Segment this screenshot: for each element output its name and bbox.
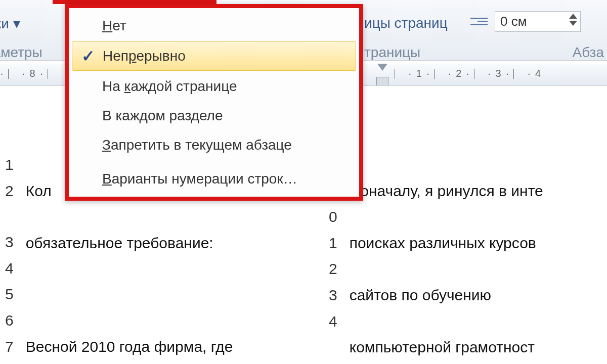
menu-item-none[interactable]: Нет [70,11,358,40]
spinner-up-icon[interactable] [569,14,577,19]
menu-item-each-page[interactable]: На каждой странице [70,72,358,101]
ruler-ticks-right: ⎸ · 1 · ⎸ · 2 · ⎸ · 3 · ⎸ · 4 [395,68,542,79]
menu-item-label: Запретить в текущем абзаце [102,137,292,153]
indent-input[interactable]: 0 см [495,11,581,32]
checkmark-icon: ✓ [81,47,95,66]
menu-item-each-section[interactable]: В каждом разделе [70,101,358,130]
menu-item-label: Нет [102,18,126,34]
line-numbers-left: 1 2 3 4 5 6 7 [5,152,26,364]
menu-item-label: Непрерывно [103,48,186,64]
menu-item-label: В каждом разделе [102,108,223,124]
spinner-down-icon[interactable] [569,21,577,26]
indent-control: 0 см [470,11,581,32]
ribbon-fragment-top-left: ки ▾ [0,15,20,32]
menu-item-numbering-options[interactable]: Варианты нумерации строк… [70,164,358,194]
ribbon-group-label: Абза [572,44,604,61]
ribbon-fragment-bottom-right: траницы [364,44,420,61]
indent-value: 0 см [500,14,527,29]
menu-separator [100,162,352,162]
indent-spinner[interactable] [569,14,577,26]
menu-item-continuous[interactable]: ✓ Непрерывно [72,41,356,71]
ribbon-fragment-top-right: ицы страниц [364,15,448,31]
indent-icon [470,15,488,29]
menu-item-label: Варианты нумерации строк… [102,171,297,187]
ruler-indent-marker[interactable] [374,64,389,86]
column-right: 3 0 1 2 3 4 Поначалу, я ринулся в инте п… [329,152,607,364]
highlight-bar [53,0,216,4]
text-right[interactable]: Поначалу, я ринулся в инте поисках разли… [350,152,607,364]
menu-item-suppress[interactable]: Запретить в текущем абзаце [70,130,358,160]
ribbon-fragment-bottom-left: раметры [0,44,42,61]
line-numbering-dropdown[interactable]: Нет ✓ Непрерывно На каждой странице В ка… [65,4,363,201]
menu-item-label: На каждой странице [102,78,237,95]
ruler-ticks-left: · 7 · ⎸ · 8 · ⎸ [0,68,58,79]
